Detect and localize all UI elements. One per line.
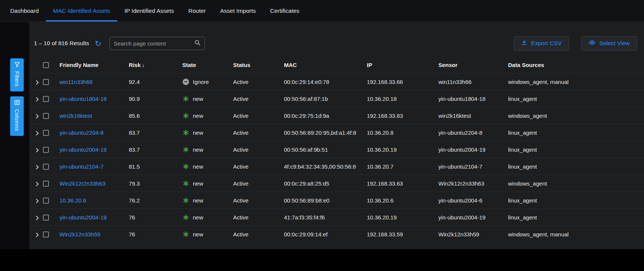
refresh-button[interactable]: ↻ — [94, 39, 102, 48]
table-row: 10.36.20.6 76.2 new Active 00:50:56:89:b… — [29, 192, 644, 209]
tab-label: Dashboard — [10, 8, 39, 14]
expand-chevron-icon[interactable] — [35, 97, 40, 102]
new-state-icon — [182, 112, 189, 119]
risk-value: 79.3 — [126, 175, 179, 192]
friendly-name-link[interactable]: yin-ubuntu2004-19 — [60, 146, 107, 153]
state-label: new — [193, 146, 203, 153]
table-row: yin-ubuntu1804-18 90.9 new Active 00:50:… — [29, 90, 644, 107]
friendly-name-link[interactable]: 10.36.20.6 — [60, 197, 86, 204]
filters-button-label: Filters — [14, 71, 20, 87]
state-cell: new — [182, 214, 227, 221]
sensor-value: win11n33h66 — [435, 73, 505, 90]
filters-button[interactable]: Filters — [10, 58, 24, 91]
friendly-name-link[interactable]: yin-ubuntu1804-18 — [60, 96, 107, 102]
tab-certificates[interactable]: Certificates — [263, 0, 307, 21]
state-cell: Ignore — [182, 78, 227, 85]
col-header-risk[interactable]: Risk↓ — [126, 58, 179, 73]
expand-chevron-icon[interactable] — [35, 131, 40, 136]
ip-value: 192.168.33.59 — [364, 226, 435, 243]
tab-dashboard[interactable]: Dashboard — [3, 0, 46, 21]
mac-value: 00:0c:29:75:1d:9a — [281, 107, 364, 124]
sensor-value: Win2k12r2n33h63 — [435, 175, 505, 192]
expand-chevron-icon[interactable] — [35, 181, 40, 187]
sensor-value: yin-ubuntu2004-19 — [435, 141, 505, 158]
new-state-icon — [182, 95, 189, 102]
expand-chevron-icon[interactable] — [35, 80, 40, 85]
nav-tabs: Dashboard MAC Identified Assets IP Ident… — [3, 0, 307, 21]
ip-value: 10.36.20.6 — [364, 192, 435, 209]
risk-value: 76.2 — [126, 192, 179, 209]
col-header-status[interactable]: Status — [230, 58, 281, 73]
tab-router[interactable]: Router — [181, 0, 213, 21]
search-input[interactable] — [114, 40, 194, 47]
columns-button[interactable]: Columns — [10, 96, 24, 136]
state-label: new — [193, 129, 203, 136]
row-checkbox[interactable] — [43, 147, 49, 153]
sensor-value: win2k16ktest — [435, 107, 505, 124]
expand-chevron-icon[interactable] — [35, 148, 40, 153]
state-label: new — [193, 113, 203, 119]
data-sources-value: windows_agent — [505, 175, 644, 192]
state-cell: new — [182, 112, 227, 119]
friendly-name-link[interactable]: yin-ubuntu2104-7 — [60, 163, 104, 170]
state-label: new — [193, 180, 203, 187]
state-label: Ignore — [193, 79, 209, 85]
col-header-sensor[interactable]: Sensor — [435, 58, 505, 73]
select-view-button[interactable]: Select View — [581, 36, 637, 51]
row-checkbox[interactable] — [43, 130, 49, 136]
expand-chevron-icon[interactable] — [35, 232, 40, 238]
status-value: Active — [230, 73, 281, 90]
friendly-name-link[interactable]: yin-ubuntu2204-8 — [60, 129, 104, 136]
row-checkbox[interactable] — [43, 96, 49, 102]
friendly-name-link[interactable]: Win2k12n33h59 — [60, 231, 100, 238]
ip-value: 192.168.33.63 — [364, 175, 435, 192]
sensor-value: yin-ubuntu2004-19 — [435, 209, 505, 226]
row-checkbox[interactable] — [43, 113, 49, 119]
mac-value: 00:0c:29:14:e0:78 — [281, 73, 364, 90]
tab-asset-imports[interactable]: Asset Imports — [213, 0, 263, 21]
ignore-state-icon — [182, 78, 189, 85]
friendly-name-link[interactable]: Win2k12r2n33h63 — [60, 180, 105, 187]
table-row: yin-ubuntu2004-19 83.7 new Active 00:50:… — [29, 141, 644, 158]
download-icon — [521, 40, 527, 47]
row-checkbox[interactable] — [43, 198, 49, 204]
state-cell: new — [182, 163, 227, 170]
col-header-mac[interactable]: MAC — [281, 58, 364, 73]
data-sources-value: linux_agent — [505, 158, 644, 175]
new-state-icon — [182, 197, 189, 204]
data-sources-value: linux_agent — [505, 141, 644, 158]
row-checkbox[interactable] — [43, 164, 49, 170]
table-row: Win2k12r2n33h63 79.3 new Active 00:0c:29… — [29, 175, 644, 192]
search-box — [110, 37, 205, 50]
new-state-icon — [182, 129, 189, 136]
tab-mac-identified-assets[interactable]: MAC Identified Assets — [46, 0, 118, 21]
select-all-cell — [40, 58, 56, 73]
col-header-state[interactable]: State — [179, 58, 230, 73]
col-header-friendly-name[interactable]: Friendly Name — [56, 58, 126, 73]
friendly-name-link[interactable]: yin-ubuntu2004-19 — [60, 214, 107, 221]
new-state-icon — [182, 146, 189, 153]
col-header-data-sources[interactable]: Data Sources — [505, 58, 644, 73]
row-checkbox[interactable] — [43, 215, 49, 221]
tab-label: Router — [188, 8, 206, 14]
row-checkbox[interactable] — [43, 231, 49, 238]
row-checkbox[interactable] — [43, 79, 49, 85]
expand-chevron-icon[interactable] — [35, 114, 40, 119]
export-csv-button[interactable]: Export CSV — [514, 36, 569, 51]
risk-value: 83.7 — [126, 141, 179, 158]
select-all-checkbox[interactable] — [43, 62, 49, 68]
risk-value: 85.6 — [126, 107, 179, 124]
friendly-name-link[interactable]: win2k16ktest — [60, 113, 92, 119]
tab-ip-identified-assets[interactable]: IP Identified Assets — [117, 0, 181, 21]
col-header-ip[interactable]: IP — [364, 58, 435, 73]
expand-chevron-icon[interactable] — [35, 198, 40, 204]
expand-chevron-icon[interactable] — [35, 164, 40, 170]
ip-value: 10.36.20.18 — [364, 90, 435, 107]
ip-value: 10.36.20.19 — [364, 209, 435, 226]
friendly-name-link[interactable]: win11n33h66 — [60, 79, 93, 85]
mac-value: 41:7a:f3:35:f4:f6 — [281, 209, 364, 226]
expand-chevron-icon[interactable] — [35, 215, 40, 221]
row-checkbox[interactable] — [43, 181, 49, 187]
table-row: win2k16ktest 85.6 new Active 00:0c:29:75… — [29, 107, 644, 124]
main-area: Filters Columns 1 – 10 of 816 Results ↻ — [0, 22, 644, 249]
